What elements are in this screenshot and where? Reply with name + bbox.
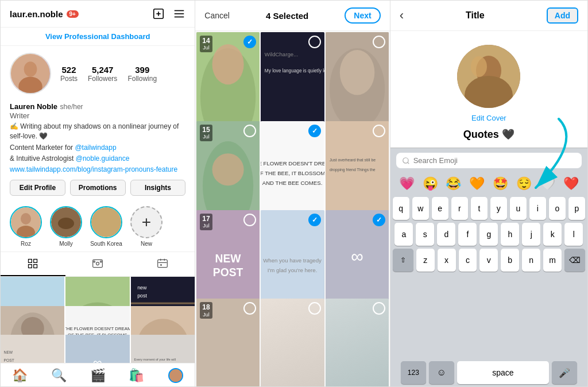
feed-cell-7[interactable]: NEW POST xyxy=(1,335,64,363)
key-r[interactable]: r xyxy=(451,197,468,220)
key-n[interactable]: n xyxy=(522,249,540,272)
check-8[interactable] xyxy=(308,214,321,226)
bio-link[interactable]: www.tailwindapp.com/blog/instagram-prono… xyxy=(10,165,177,173)
key-m[interactable]: m xyxy=(543,249,562,272)
svg-rect-16 xyxy=(29,260,32,263)
check-3[interactable] xyxy=(373,36,385,48)
sel-cell-12[interactable] xyxy=(326,299,389,387)
nav-reels[interactable]: 🎬 xyxy=(78,368,117,383)
check-2[interactable] xyxy=(308,36,321,48)
key-v[interactable]: v xyxy=(479,249,498,272)
key-k[interactable]: k xyxy=(543,223,562,246)
key-f[interactable]: f xyxy=(458,223,477,246)
following-stat[interactable]: 399 Following xyxy=(127,65,157,83)
emoji-search-wrapper xyxy=(396,153,582,168)
key-u[interactable]: u xyxy=(510,197,527,220)
add-post-button[interactable] xyxy=(152,7,165,20)
notification-badge[interactable]: 9+ xyxy=(67,10,79,18)
highlight-roz[interactable]: Roz xyxy=(10,206,42,247)
key-a[interactable]: a xyxy=(394,223,413,246)
sel-cell-11[interactable] xyxy=(261,299,324,387)
svg-point-51 xyxy=(169,369,183,383)
key-b[interactable]: b xyxy=(501,249,519,272)
sel-cell-10[interactable]: 18Jul xyxy=(196,299,260,387)
feed-cell-8[interactable]: ∞ xyxy=(65,335,129,363)
posts-stat: 522 Posts xyxy=(60,65,78,83)
key-t[interactable]: t xyxy=(471,197,488,220)
key-delete[interactable]: ⌫ xyxy=(564,249,585,272)
highlight-south-korea[interactable]: South Korea xyxy=(90,206,122,247)
dashboard-link[interactable]: View Professional Dashboard xyxy=(1,28,195,46)
key-space[interactable]: space xyxy=(457,361,549,384)
followers-count: 5,247 xyxy=(92,65,114,75)
svg-point-63 xyxy=(212,153,244,185)
insights-button[interactable]: Insights xyxy=(130,180,186,196)
tab-reels[interactable] xyxy=(65,252,130,276)
feed-cell-9[interactable]: Every moment of your life will only happ… xyxy=(131,335,195,363)
next-button[interactable]: Next xyxy=(345,7,380,24)
emoji-laugh[interactable]: 😂 xyxy=(446,176,461,191)
key-s[interactable]: s xyxy=(416,223,434,246)
key-c[interactable]: c xyxy=(459,249,477,272)
followers-stat[interactable]: 5,247 Followers xyxy=(88,65,117,83)
svg-text:My love language is quietly le: My love language is quietly leaving a me… xyxy=(265,68,324,73)
nav-home[interactable]: 🏠 xyxy=(1,368,40,383)
svg-text:AND THE BEE COMES.: AND THE BEE COMES. xyxy=(262,180,323,186)
key-i[interactable]: i xyxy=(529,197,546,220)
emoji-search-input[interactable] xyxy=(413,156,576,165)
edit-cover-link[interactable]: Edit Cover xyxy=(471,114,506,122)
emoji-red-heart[interactable]: ❤️ xyxy=(563,176,579,191)
key-h[interactable]: h xyxy=(501,223,519,246)
emoji-relieved[interactable]: 😌 xyxy=(516,176,532,191)
key-y[interactable]: y xyxy=(490,197,507,220)
emoji-wink[interactable]: 😜 xyxy=(423,176,438,191)
back-button[interactable]: ‹ xyxy=(400,8,404,23)
emoji-pink-heart[interactable]: 💗 xyxy=(399,176,415,191)
nav-search[interactable]: 🔍 xyxy=(40,368,79,383)
highlight-sk-circle xyxy=(90,206,122,238)
tab-grid[interactable] xyxy=(1,252,65,276)
emoji-white-heart[interactable]: 🤍 xyxy=(540,176,555,191)
check-12[interactable] xyxy=(373,302,385,315)
key-w[interactable]: w xyxy=(412,197,429,220)
key-x[interactable]: x xyxy=(438,249,456,272)
key-l[interactable]: l xyxy=(564,223,583,246)
svg-rect-17 xyxy=(34,260,37,263)
highlight-new[interactable]: + New xyxy=(130,206,163,247)
title-header: ‹ Title Add xyxy=(390,1,587,31)
check-6[interactable] xyxy=(373,125,385,137)
cancel-button[interactable]: Cancel xyxy=(204,11,230,20)
key-z[interactable]: z xyxy=(416,249,435,272)
edit-profile-button[interactable]: Edit Profile xyxy=(10,180,65,196)
tab-tagged[interactable] xyxy=(130,252,195,276)
svg-text:I'm glad you're here.: I'm glad you're here. xyxy=(268,267,318,273)
check-9[interactable] xyxy=(373,214,385,226)
following-label: Following xyxy=(127,75,157,83)
svg-point-60 xyxy=(339,50,374,95)
key-q[interactable]: q xyxy=(393,197,409,220)
key-o[interactable]: o xyxy=(549,197,566,220)
key-shift[interactable]: ⇧ xyxy=(393,249,413,272)
emoji-orange-heart[interactable]: 🧡 xyxy=(469,176,485,191)
emoji-star-eyes[interactable]: 🤩 xyxy=(493,176,508,191)
check-7[interactable] xyxy=(243,214,256,226)
key-d[interactable]: d xyxy=(437,223,455,246)
svg-point-83 xyxy=(471,56,487,77)
nav-profile[interactable] xyxy=(156,368,195,383)
key-g[interactable]: g xyxy=(479,223,498,246)
svg-text:∞: ∞ xyxy=(93,355,102,363)
add-button[interactable]: Add xyxy=(547,7,578,24)
key-numbers[interactable]: 123 xyxy=(401,361,426,384)
keyboard-rows: q w e r t y u i o p a s d f g h j k l xyxy=(390,195,587,361)
nav-shop[interactable]: 🛍️ xyxy=(117,368,156,383)
key-j[interactable]: j xyxy=(522,223,540,246)
key-emoji[interactable]: ☺ xyxy=(429,361,454,384)
menu-button[interactable] xyxy=(173,7,185,20)
key-p[interactable]: p xyxy=(568,197,585,220)
key-e[interactable]: e xyxy=(432,197,448,220)
check-11[interactable] xyxy=(308,302,321,315)
check-5[interactable] xyxy=(308,125,321,137)
key-mic[interactable]: 🎤 xyxy=(552,361,577,384)
promotions-button[interactable]: Promotions xyxy=(70,180,126,196)
highlight-molly[interactable]: Molly xyxy=(50,206,82,247)
